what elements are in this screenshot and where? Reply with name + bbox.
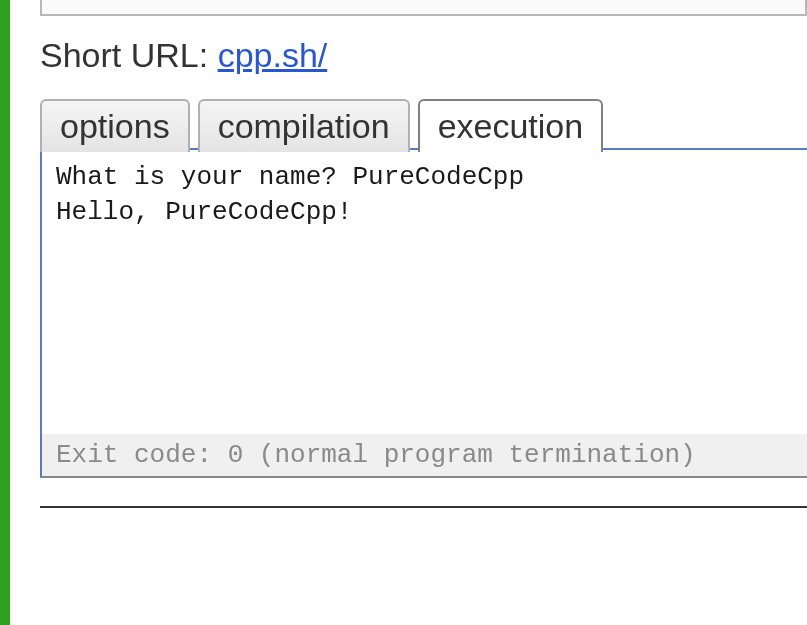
program-output: What is your name? PureCodeCpp Hello, Pu…: [42, 150, 807, 434]
top-input-box: [40, 0, 807, 16]
short-url-link[interactable]: cpp.sh/: [218, 36, 328, 74]
bottom-divider: [40, 506, 807, 508]
short-url-label: Short URL:: [40, 36, 218, 74]
tab-execution[interactable]: execution: [418, 99, 604, 152]
tabs-row: options compilation execution: [40, 97, 807, 150]
tab-compilation[interactable]: compilation: [198, 99, 410, 152]
tab-options[interactable]: options: [40, 99, 190, 152]
short-url-row: Short URL: cpp.sh/: [40, 36, 807, 75]
exit-code-row: Exit code: 0 (normal program termination…: [42, 434, 807, 476]
output-panel: What is your name? PureCodeCpp Hello, Pu…: [40, 148, 807, 478]
